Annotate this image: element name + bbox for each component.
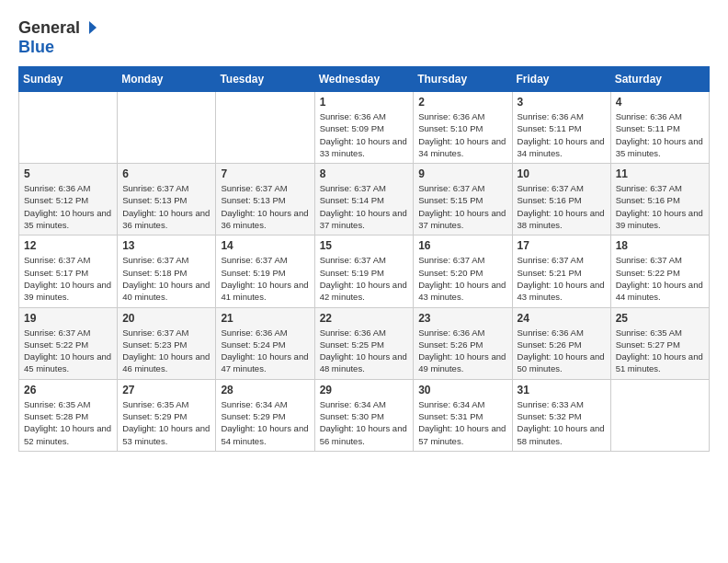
day-info: Sunrise: 6:36 AM Sunset: 5:11 PM Dayligh…: [616, 110, 704, 159]
day-number: 24: [518, 312, 606, 325]
day-info: Sunrise: 6:33 AM Sunset: 5:32 PM Dayligh…: [518, 398, 606, 447]
calendar-cell: 5Sunrise: 6:36 AM Sunset: 5:12 PM Daylig…: [19, 164, 118, 236]
day-number: 29: [320, 384, 409, 396]
calendar-cell: 18Sunrise: 6:37 AM Sunset: 5:22 PM Dayli…: [610, 236, 709, 307]
calendar-cell: 3Sunrise: 6:36 AM Sunset: 5:11 PM Daylig…: [512, 92, 610, 164]
day-number: 16: [418, 239, 506, 252]
day-number: 3: [518, 96, 606, 109]
logo-blue-text: Blue: [18, 38, 54, 56]
calendar-cell: 14Sunrise: 6:37 AM Sunset: 5:19 PM Dayli…: [216, 236, 314, 307]
day-number: 27: [122, 384, 210, 396]
calendar-cell: 10Sunrise: 6:37 AM Sunset: 5:16 PM Dayli…: [512, 164, 610, 236]
day-info: Sunrise: 6:36 AM Sunset: 5:26 PM Dayligh…: [518, 327, 606, 375]
calendar-cell: 7Sunrise: 6:37 AM Sunset: 5:13 PM Daylig…: [216, 164, 314, 236]
calendar-week-row: 19Sunrise: 6:37 AM Sunset: 5:22 PM Dayli…: [19, 307, 710, 379]
day-info: Sunrise: 6:37 AM Sunset: 5:13 PM Dayligh…: [221, 182, 309, 231]
calendar-cell: [216, 92, 314, 164]
day-number: 6: [122, 167, 210, 180]
day-info: Sunrise: 6:37 AM Sunset: 5:19 PM Dayligh…: [221, 254, 309, 303]
col-header-sunday: Sunday: [19, 67, 118, 92]
day-number: 5: [24, 167, 112, 180]
day-number: 18: [616, 239, 704, 252]
day-number: 13: [122, 239, 210, 252]
calendar-cell: 23Sunrise: 6:36 AM Sunset: 5:26 PM Dayli…: [414, 307, 512, 379]
day-number: 11: [616, 167, 704, 180]
day-info: Sunrise: 6:37 AM Sunset: 5:23 PM Dayligh…: [122, 327, 210, 375]
day-info: Sunrise: 6:37 AM Sunset: 5:19 PM Dayligh…: [320, 254, 409, 303]
day-info: Sunrise: 6:37 AM Sunset: 5:18 PM Dayligh…: [122, 254, 210, 303]
calendar-cell: 21Sunrise: 6:36 AM Sunset: 5:24 PM Dayli…: [216, 307, 314, 379]
calendar-cell: 25Sunrise: 6:35 AM Sunset: 5:27 PM Dayli…: [610, 307, 709, 379]
calendar-cell: 4Sunrise: 6:36 AM Sunset: 5:11 PM Daylig…: [610, 92, 709, 164]
day-info: Sunrise: 6:37 AM Sunset: 5:15 PM Dayligh…: [418, 182, 506, 231]
calendar-cell: 1Sunrise: 6:36 AM Sunset: 5:09 PM Daylig…: [314, 92, 414, 164]
calendar-cell: 8Sunrise: 6:37 AM Sunset: 5:14 PM Daylig…: [314, 164, 414, 236]
calendar-cell: 6Sunrise: 6:37 AM Sunset: 5:13 PM Daylig…: [118, 164, 216, 236]
calendar-cell: 27Sunrise: 6:35 AM Sunset: 5:29 PM Dayli…: [118, 379, 216, 451]
col-header-tuesday: Tuesday: [216, 67, 314, 92]
calendar-cell: [19, 92, 118, 164]
day-info: Sunrise: 6:37 AM Sunset: 5:22 PM Dayligh…: [24, 327, 112, 375]
day-info: Sunrise: 6:37 AM Sunset: 5:16 PM Dayligh…: [616, 182, 704, 231]
calendar-cell: 29Sunrise: 6:34 AM Sunset: 5:30 PM Dayli…: [314, 379, 414, 451]
calendar-week-row: 5Sunrise: 6:36 AM Sunset: 5:12 PM Daylig…: [19, 164, 710, 236]
calendar-cell: 9Sunrise: 6:37 AM Sunset: 5:15 PM Daylig…: [414, 164, 512, 236]
day-info: Sunrise: 6:37 AM Sunset: 5:20 PM Dayligh…: [418, 254, 506, 303]
col-header-thursday: Thursday: [414, 67, 512, 92]
calendar-cell: 20Sunrise: 6:37 AM Sunset: 5:23 PM Dayli…: [118, 307, 216, 379]
day-number: 21: [221, 312, 309, 325]
day-info: Sunrise: 6:36 AM Sunset: 5:26 PM Dayligh…: [418, 327, 506, 375]
day-info: Sunrise: 6:37 AM Sunset: 5:16 PM Dayligh…: [518, 182, 606, 231]
col-header-wednesday: Wednesday: [314, 67, 414, 92]
calendar-cell: 12Sunrise: 6:37 AM Sunset: 5:17 PM Dayli…: [19, 236, 118, 307]
day-number: 14: [221, 239, 309, 252]
calendar-cell: 22Sunrise: 6:36 AM Sunset: 5:25 PM Dayli…: [314, 307, 414, 379]
day-number: 7: [221, 167, 309, 180]
day-number: 4: [616, 96, 704, 109]
day-info: Sunrise: 6:37 AM Sunset: 5:22 PM Dayligh…: [616, 254, 704, 303]
svg-marker-0: [89, 21, 97, 34]
calendar-cell: 11Sunrise: 6:37 AM Sunset: 5:16 PM Dayli…: [610, 164, 709, 236]
day-number: 12: [24, 239, 112, 252]
calendar-cell: 13Sunrise: 6:37 AM Sunset: 5:18 PM Dayli…: [118, 236, 216, 307]
calendar-cell: 15Sunrise: 6:37 AM Sunset: 5:19 PM Dayli…: [314, 236, 414, 307]
calendar-cell: 2Sunrise: 6:36 AM Sunset: 5:10 PM Daylig…: [414, 92, 512, 164]
calendar-cell: 24Sunrise: 6:36 AM Sunset: 5:26 PM Dayli…: [512, 307, 610, 379]
calendar-cell: [118, 92, 216, 164]
calendar-cell: [610, 379, 709, 451]
logo-flag-icon: [81, 19, 97, 36]
day-number: 2: [418, 96, 506, 109]
day-info: Sunrise: 6:36 AM Sunset: 5:11 PM Dayligh…: [518, 110, 606, 159]
calendar-week-row: 12Sunrise: 6:37 AM Sunset: 5:17 PM Dayli…: [19, 236, 710, 307]
day-number: 8: [320, 167, 409, 180]
day-number: 25: [616, 312, 704, 325]
day-info: Sunrise: 6:36 AM Sunset: 5:10 PM Dayligh…: [418, 110, 506, 159]
logo-general-text: General: [18, 18, 80, 38]
day-info: Sunrise: 6:34 AM Sunset: 5:29 PM Dayligh…: [221, 398, 309, 447]
calendar-cell: 19Sunrise: 6:37 AM Sunset: 5:22 PM Dayli…: [19, 307, 118, 379]
calendar-cell: 26Sunrise: 6:35 AM Sunset: 5:28 PM Dayli…: [19, 379, 118, 451]
col-header-monday: Monday: [118, 67, 216, 92]
day-info: Sunrise: 6:37 AM Sunset: 5:14 PM Dayligh…: [320, 182, 409, 231]
day-info: Sunrise: 6:36 AM Sunset: 5:12 PM Dayligh…: [24, 182, 112, 231]
day-number: 28: [221, 384, 309, 396]
logo: General Blue: [18, 18, 97, 57]
day-number: 31: [518, 384, 606, 396]
day-info: Sunrise: 6:36 AM Sunset: 5:09 PM Dayligh…: [320, 110, 409, 159]
col-header-saturday: Saturday: [610, 67, 709, 92]
day-info: Sunrise: 6:37 AM Sunset: 5:21 PM Dayligh…: [518, 254, 606, 303]
day-number: 15: [320, 239, 409, 252]
day-number: 30: [418, 384, 506, 396]
calendar-header-row: SundayMondayTuesdayWednesdayThursdayFrid…: [19, 67, 710, 92]
calendar-cell: 17Sunrise: 6:37 AM Sunset: 5:21 PM Dayli…: [512, 236, 610, 307]
day-number: 10: [518, 167, 606, 180]
calendar-table: SundayMondayTuesdayWednesdayThursdayFrid…: [18, 66, 710, 452]
header: General Blue: [18, 18, 710, 57]
day-number: 19: [24, 312, 112, 325]
day-number: 20: [122, 312, 210, 325]
day-info: Sunrise: 6:35 AM Sunset: 5:27 PM Dayligh…: [616, 327, 704, 375]
day-number: 22: [320, 312, 409, 325]
day-info: Sunrise: 6:34 AM Sunset: 5:30 PM Dayligh…: [320, 398, 409, 447]
day-info: Sunrise: 6:37 AM Sunset: 5:13 PM Dayligh…: [122, 182, 210, 231]
day-number: 9: [418, 167, 506, 180]
